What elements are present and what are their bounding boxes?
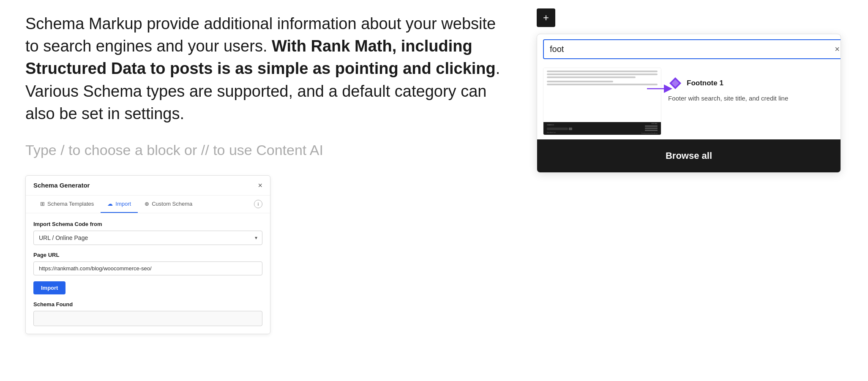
mini-text-line-3 <box>547 76 636 78</box>
mini-text-line-2 <box>547 73 658 75</box>
mini-footer-left: SEARCH Rank Math Test <box>547 124 572 133</box>
custom-schema-icon: ⊕ <box>145 201 149 207</box>
add-icon: + <box>543 13 549 23</box>
page-url-label: Page URL <box>33 252 262 258</box>
add-block-button[interactable]: + <box>537 8 555 27</box>
result-arrow-icon <box>643 80 677 97</box>
browse-all-button[interactable]: Browse all <box>537 139 841 172</box>
mini-text-line-1 <box>547 71 658 72</box>
schema-found-display <box>33 311 262 326</box>
mini-footer-right: SOCIAL Proudly powered WordPress <box>641 122 658 134</box>
tab-import[interactable]: ☁ Import <box>101 196 138 213</box>
mini-footer-input <box>547 128 568 130</box>
search-clear-button[interactable]: × <box>835 44 840 54</box>
import-icon: ☁ <box>107 201 113 207</box>
import-source-select[interactable]: URL / Online Page <box>33 231 262 245</box>
schema-generator-panel: Schema Generator × ⊞ Schema Templates ☁ … <box>25 175 270 334</box>
mini-footer-credit: Proudly powered WordPress <box>641 133 658 134</box>
mini-footer: SEARCH Rank Math Test SOCIAL <box>543 122 661 135</box>
mini-footer-search-btn <box>569 128 572 130</box>
page-url-input[interactable] <box>33 261 262 275</box>
left-panel: Schema Markup provide additional informa… <box>0 0 532 381</box>
import-source-select-wrapper: URL / Online Page ▾ <box>33 231 262 245</box>
schema-generator-title: Schema Generator <box>33 182 90 189</box>
mini-footer-link-2 <box>645 128 658 129</box>
mini-footer-search-label: SEARCH <box>547 124 572 126</box>
editor-placeholder: Type / to choose a block or // to use Co… <box>25 142 507 158</box>
tab-import-label: Import <box>115 201 131 207</box>
intro-text: Schema Markup provide additional informa… <box>25 13 507 125</box>
tab-schema-templates-label: Schema Templates <box>47 201 94 207</box>
schema-body: Import Schema Code from URL / Online Pag… <box>26 213 270 334</box>
mini-text-line-5 <box>547 84 658 85</box>
block-search-popup: × SEARCH <box>537 34 841 173</box>
mini-footer-social-label: SOCIAL <box>651 122 658 125</box>
right-panel: + × <box>532 0 862 381</box>
mini-site: SEARCH Rank Math Test SOCIAL <box>543 68 661 135</box>
import-source-label: Import Schema Code from <box>33 221 262 227</box>
info-button[interactable]: i <box>254 200 262 208</box>
search-input-wrapper: × <box>543 39 841 59</box>
schema-generator-header: Schema Generator × <box>26 176 270 196</box>
mini-footer-search-row <box>547 128 572 130</box>
mini-footer-link-3 <box>645 130 658 131</box>
tab-custom-schema-label: Custom Schema <box>152 201 192 207</box>
close-button[interactable]: × <box>258 182 262 189</box>
mini-footer-link-1 <box>645 125 658 127</box>
import-button[interactable]: Import <box>33 281 66 294</box>
tab-schema-templates[interactable]: ⊞ Schema Templates <box>33 196 101 213</box>
result-preview-image: SEARCH Rank Math Test SOCIAL <box>543 68 661 135</box>
result-name: Footnote 1 <box>687 79 723 87</box>
block-search-input[interactable] <box>550 44 835 54</box>
mini-footer-brand: Rank Math Test <box>547 132 572 133</box>
tab-custom-schema[interactable]: ⊕ Custom Schema <box>138 196 199 213</box>
schema-tabs: ⊞ Schema Templates ☁ Import ⊕ Custom Sch… <box>26 196 270 213</box>
mini-text-line-4 <box>547 81 613 82</box>
result-description: Footer with search, site title, and cred… <box>668 94 835 103</box>
schema-templates-icon: ⊞ <box>40 201 45 207</box>
result-info-area: Footnote 1 Footer with search, site titl… <box>668 68 835 103</box>
footnote-result: Footnote 1 <box>668 76 835 90</box>
schema-found-label: Schema Found <box>33 301 262 308</box>
